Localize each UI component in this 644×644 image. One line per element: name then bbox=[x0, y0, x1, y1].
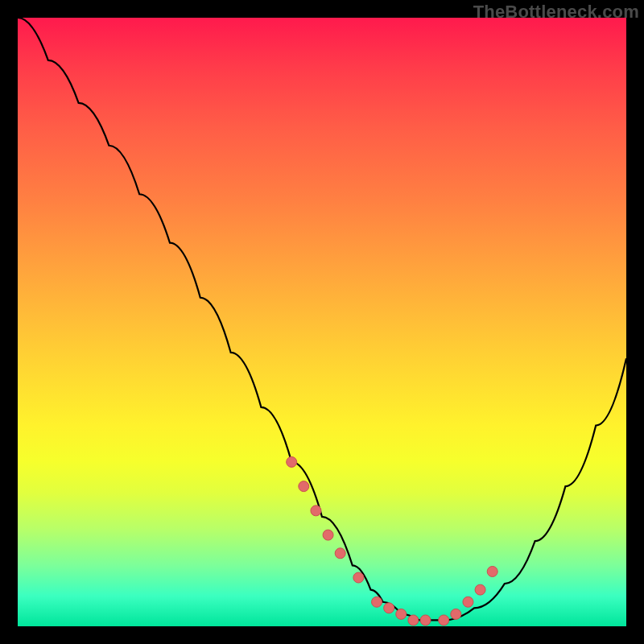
chart-frame: TheBottleneck.com bbox=[0, 0, 644, 644]
bottleneck-curve bbox=[18, 18, 626, 620]
data-point bbox=[311, 506, 321, 516]
data-point bbox=[451, 609, 461, 619]
data-point bbox=[384, 603, 394, 613]
data-point bbox=[487, 566, 497, 576]
data-point bbox=[372, 597, 382, 607]
data-point bbox=[439, 615, 449, 625]
data-point bbox=[299, 481, 309, 492]
data-point bbox=[475, 584, 485, 595]
data-point bbox=[420, 615, 431, 625]
data-point bbox=[323, 530, 333, 540]
data-point bbox=[463, 597, 473, 607]
data-point bbox=[335, 548, 345, 559]
plot-area bbox=[18, 18, 626, 626]
data-point bbox=[353, 572, 364, 583]
chart-svg bbox=[18, 18, 626, 626]
watermark-text: TheBottleneck.com bbox=[473, 2, 639, 23]
data-point bbox=[287, 456, 297, 467]
data-point bbox=[396, 609, 407, 619]
data-point bbox=[408, 615, 419, 625]
marked-points bbox=[287, 456, 497, 625]
